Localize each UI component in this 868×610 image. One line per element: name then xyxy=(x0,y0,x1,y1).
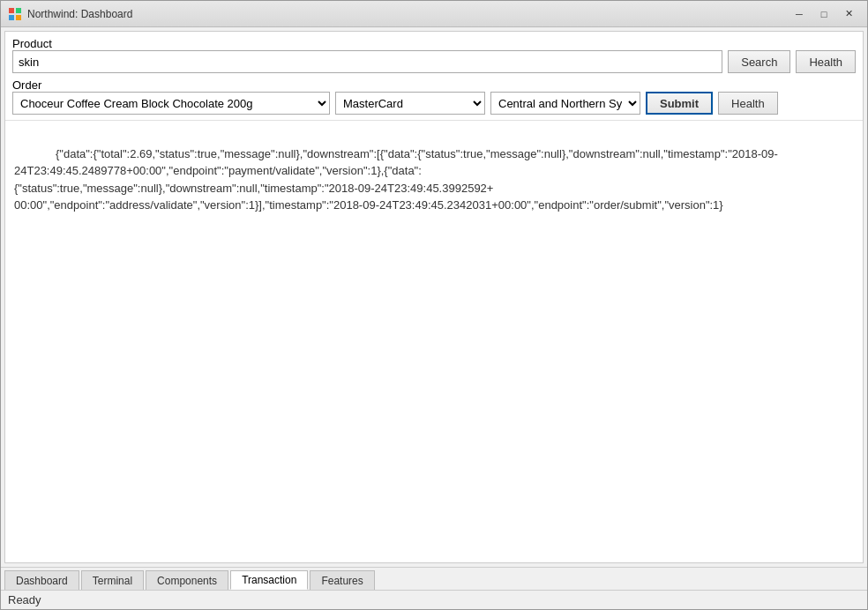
status-bar: Ready xyxy=(1,590,867,609)
window-controls: ─ □ ✕ xyxy=(788,5,860,23)
maximize-button[interactable]: □ xyxy=(812,5,835,23)
product-label: Product xyxy=(12,37,722,50)
app-icon xyxy=(8,7,22,21)
output-area: {"data":{"total":2.69,"status":true,"mes… xyxy=(5,120,863,562)
title-bar: Northwind: Dashboard ─ □ ✕ xyxy=(1,1,867,27)
search-button[interactable]: Search xyxy=(728,50,790,73)
search-input[interactable] xyxy=(12,50,722,73)
search-row: Product Search Health xyxy=(12,37,856,73)
tab-transaction[interactable]: Transaction xyxy=(230,570,308,590)
content-area: Product Search Health Order Choceur Coff… xyxy=(4,31,864,563)
output-text: {"data":{"total":2.69,"status":true,"mes… xyxy=(14,147,778,212)
svg-rect-1 xyxy=(16,8,21,13)
region-select[interactable]: Central and Northern Syc xyxy=(490,92,640,115)
tab-dashboard[interactable]: Dashboard xyxy=(4,570,79,590)
toolbar: Product Search Health Order Choceur Coff… xyxy=(5,32,863,120)
order-row-wrap: Order Choceur Coffee Cream Block Chocola… xyxy=(12,78,856,115)
status-text: Ready xyxy=(8,593,41,606)
window-title: Northwind: Dashboard xyxy=(27,8,788,20)
main-window: Northwind: Dashboard ─ □ ✕ Product Searc… xyxy=(0,0,868,610)
tab-bar: Dashboard Terminal Components Transactio… xyxy=(1,567,867,590)
health-button-1[interactable]: Health xyxy=(796,50,856,73)
product-field-wrap: Product xyxy=(12,37,722,73)
tab-terminal[interactable]: Terminal xyxy=(81,570,144,590)
order-label: Order xyxy=(12,78,856,92)
minimize-button[interactable]: ─ xyxy=(788,5,811,23)
svg-rect-2 xyxy=(9,15,14,20)
tab-features[interactable]: Features xyxy=(310,570,374,590)
payment-select[interactable]: MasterCard Visa AmEx xyxy=(335,92,485,115)
product-select[interactable]: Choceur Coffee Cream Block Chocolate 200… xyxy=(12,92,330,115)
submit-button[interactable]: Submit xyxy=(646,92,713,115)
order-controls: Choceur Coffee Cream Block Chocolate 200… xyxy=(12,92,856,115)
tab-components[interactable]: Components xyxy=(146,570,228,590)
health-button-2[interactable]: Health xyxy=(718,92,778,115)
svg-rect-3 xyxy=(16,15,21,20)
svg-rect-0 xyxy=(9,8,14,13)
close-button[interactable]: ✕ xyxy=(837,5,860,23)
